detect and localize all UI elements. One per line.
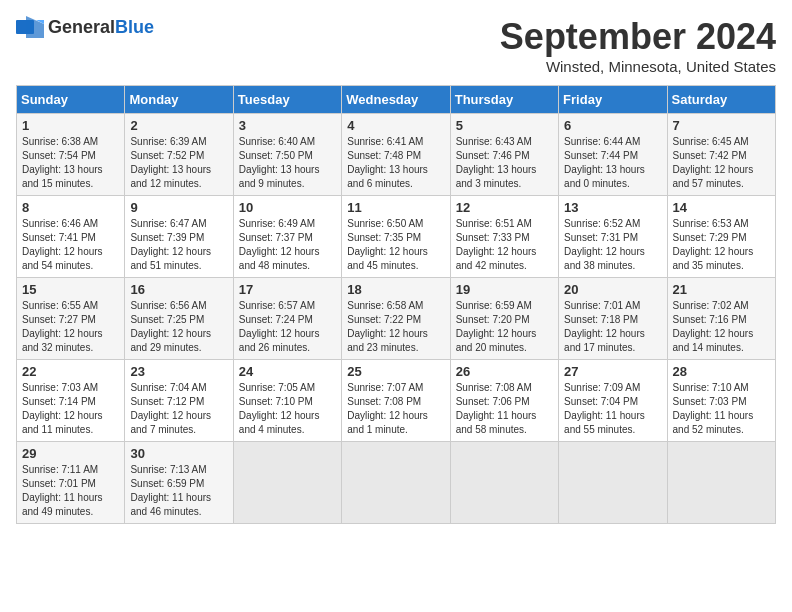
- calendar-day-cell: 19 Sunrise: 6:59 AM Sunset: 7:20 PM Dayl…: [450, 278, 558, 360]
- day-info: Sunrise: 7:13 AM Sunset: 6:59 PM Dayligh…: [130, 463, 227, 519]
- sunrise-label: Sunrise: 6:59 AM: [456, 300, 532, 311]
- day-info: Sunrise: 6:38 AM Sunset: 7:54 PM Dayligh…: [22, 135, 119, 191]
- title-block: September 2024 Winsted, Minnesota, Unite…: [500, 16, 776, 75]
- sunrise-label: Sunrise: 7:04 AM: [130, 382, 206, 393]
- calendar-day-cell: 4 Sunrise: 6:41 AM Sunset: 7:48 PM Dayli…: [342, 114, 450, 196]
- logo: GeneralBlue: [16, 16, 154, 38]
- daylight-label: Daylight: 11 hours and 46 minutes.: [130, 492, 211, 517]
- day-info: Sunrise: 6:45 AM Sunset: 7:42 PM Dayligh…: [673, 135, 770, 191]
- day-number: 21: [673, 282, 770, 297]
- calendar-day-cell: 7 Sunrise: 6:45 AM Sunset: 7:42 PM Dayli…: [667, 114, 775, 196]
- calendar-week-row: 22 Sunrise: 7:03 AM Sunset: 7:14 PM Dayl…: [17, 360, 776, 442]
- calendar-day-cell: 14 Sunrise: 6:53 AM Sunset: 7:29 PM Dayl…: [667, 196, 775, 278]
- weekday-header: Friday: [559, 86, 667, 114]
- calendar-day-cell: [450, 442, 558, 524]
- sunset-label: Sunset: 7:24 PM: [239, 314, 313, 325]
- calendar-day-cell: 17 Sunrise: 6:57 AM Sunset: 7:24 PM Dayl…: [233, 278, 341, 360]
- sunrise-label: Sunrise: 6:46 AM: [22, 218, 98, 229]
- weekday-header: Tuesday: [233, 86, 341, 114]
- sunset-label: Sunset: 7:41 PM: [22, 232, 96, 243]
- sunset-label: Sunset: 7:50 PM: [239, 150, 313, 161]
- calendar-day-cell: 22 Sunrise: 7:03 AM Sunset: 7:14 PM Dayl…: [17, 360, 125, 442]
- sunrise-label: Sunrise: 7:10 AM: [673, 382, 749, 393]
- day-info: Sunrise: 7:04 AM Sunset: 7:12 PM Dayligh…: [130, 381, 227, 437]
- daylight-label: Daylight: 13 hours and 3 minutes.: [456, 164, 537, 189]
- sunrise-label: Sunrise: 6:57 AM: [239, 300, 315, 311]
- calendar-week-row: 1 Sunrise: 6:38 AM Sunset: 7:54 PM Dayli…: [17, 114, 776, 196]
- day-info: Sunrise: 6:46 AM Sunset: 7:41 PM Dayligh…: [22, 217, 119, 273]
- day-info: Sunrise: 7:09 AM Sunset: 7:04 PM Dayligh…: [564, 381, 661, 437]
- sunset-label: Sunset: 7:04 PM: [564, 396, 638, 407]
- calendar-day-cell: [233, 442, 341, 524]
- day-number: 13: [564, 200, 661, 215]
- day-info: Sunrise: 7:05 AM Sunset: 7:10 PM Dayligh…: [239, 381, 336, 437]
- sunset-label: Sunset: 7:44 PM: [564, 150, 638, 161]
- sunset-label: Sunset: 7:14 PM: [22, 396, 96, 407]
- daylight-label: Daylight: 13 hours and 12 minutes.: [130, 164, 211, 189]
- day-info: Sunrise: 7:07 AM Sunset: 7:08 PM Dayligh…: [347, 381, 444, 437]
- day-info: Sunrise: 6:39 AM Sunset: 7:52 PM Dayligh…: [130, 135, 227, 191]
- sunrise-label: Sunrise: 6:45 AM: [673, 136, 749, 147]
- sunset-label: Sunset: 7:37 PM: [239, 232, 313, 243]
- day-number: 27: [564, 364, 661, 379]
- day-number: 8: [22, 200, 119, 215]
- day-info: Sunrise: 6:43 AM Sunset: 7:46 PM Dayligh…: [456, 135, 553, 191]
- calendar-day-cell: 29 Sunrise: 7:11 AM Sunset: 7:01 PM Dayl…: [17, 442, 125, 524]
- calendar-day-cell: 13 Sunrise: 6:52 AM Sunset: 7:31 PM Dayl…: [559, 196, 667, 278]
- daylight-label: Daylight: 12 hours and 32 minutes.: [22, 328, 103, 353]
- daylight-label: Daylight: 13 hours and 15 minutes.: [22, 164, 103, 189]
- sunset-label: Sunset: 7:31 PM: [564, 232, 638, 243]
- sunrise-label: Sunrise: 6:51 AM: [456, 218, 532, 229]
- sunset-label: Sunset: 7:01 PM: [22, 478, 96, 489]
- calendar-day-cell: 24 Sunrise: 7:05 AM Sunset: 7:10 PM Dayl…: [233, 360, 341, 442]
- sunrise-label: Sunrise: 7:09 AM: [564, 382, 640, 393]
- calendar-day-cell: 11 Sunrise: 6:50 AM Sunset: 7:35 PM Dayl…: [342, 196, 450, 278]
- page-header: GeneralBlue September 2024 Winsted, Minn…: [16, 16, 776, 75]
- day-number: 23: [130, 364, 227, 379]
- daylight-label: Daylight: 12 hours and 14 minutes.: [673, 328, 754, 353]
- calendar-day-cell: [559, 442, 667, 524]
- daylight-label: Daylight: 12 hours and 29 minutes.: [130, 328, 211, 353]
- day-number: 5: [456, 118, 553, 133]
- sunset-label: Sunset: 7:39 PM: [130, 232, 204, 243]
- day-info: Sunrise: 6:51 AM Sunset: 7:33 PM Dayligh…: [456, 217, 553, 273]
- weekday-header: Saturday: [667, 86, 775, 114]
- day-number: 11: [347, 200, 444, 215]
- weekday-header: Monday: [125, 86, 233, 114]
- daylight-label: Daylight: 11 hours and 55 minutes.: [564, 410, 645, 435]
- calendar-day-cell: 15 Sunrise: 6:55 AM Sunset: 7:27 PM Dayl…: [17, 278, 125, 360]
- day-info: Sunrise: 7:01 AM Sunset: 7:18 PM Dayligh…: [564, 299, 661, 355]
- daylight-label: Daylight: 12 hours and 57 minutes.: [673, 164, 754, 189]
- sunrise-label: Sunrise: 7:07 AM: [347, 382, 423, 393]
- calendar-day-cell: 23 Sunrise: 7:04 AM Sunset: 7:12 PM Dayl…: [125, 360, 233, 442]
- daylight-label: Daylight: 11 hours and 52 minutes.: [673, 410, 754, 435]
- sunset-label: Sunset: 7:46 PM: [456, 150, 530, 161]
- weekday-header: Sunday: [17, 86, 125, 114]
- sunrise-label: Sunrise: 6:58 AM: [347, 300, 423, 311]
- day-info: Sunrise: 7:10 AM Sunset: 7:03 PM Dayligh…: [673, 381, 770, 437]
- day-info: Sunrise: 7:08 AM Sunset: 7:06 PM Dayligh…: [456, 381, 553, 437]
- calendar-day-cell: 26 Sunrise: 7:08 AM Sunset: 7:06 PM Dayl…: [450, 360, 558, 442]
- daylight-label: Daylight: 11 hours and 49 minutes.: [22, 492, 103, 517]
- sunrise-label: Sunrise: 6:49 AM: [239, 218, 315, 229]
- calendar-day-cell: 12 Sunrise: 6:51 AM Sunset: 7:33 PM Dayl…: [450, 196, 558, 278]
- sunset-label: Sunset: 7:25 PM: [130, 314, 204, 325]
- day-number: 24: [239, 364, 336, 379]
- sunrise-label: Sunrise: 7:02 AM: [673, 300, 749, 311]
- sunrise-label: Sunrise: 6:39 AM: [130, 136, 206, 147]
- day-number: 25: [347, 364, 444, 379]
- calendar-week-row: 8 Sunrise: 6:46 AM Sunset: 7:41 PM Dayli…: [17, 196, 776, 278]
- calendar-day-cell: [342, 442, 450, 524]
- calendar-day-cell: 3 Sunrise: 6:40 AM Sunset: 7:50 PM Dayli…: [233, 114, 341, 196]
- calendar-day-cell: 8 Sunrise: 6:46 AM Sunset: 7:41 PM Dayli…: [17, 196, 125, 278]
- calendar-week-row: 29 Sunrise: 7:11 AM Sunset: 7:01 PM Dayl…: [17, 442, 776, 524]
- location-title: Winsted, Minnesota, United States: [500, 58, 776, 75]
- day-number: 18: [347, 282, 444, 297]
- daylight-label: Daylight: 13 hours and 9 minutes.: [239, 164, 320, 189]
- sunrise-label: Sunrise: 6:43 AM: [456, 136, 532, 147]
- day-number: 4: [347, 118, 444, 133]
- day-info: Sunrise: 6:58 AM Sunset: 7:22 PM Dayligh…: [347, 299, 444, 355]
- day-number: 6: [564, 118, 661, 133]
- day-info: Sunrise: 6:40 AM Sunset: 7:50 PM Dayligh…: [239, 135, 336, 191]
- sunset-label: Sunset: 7:20 PM: [456, 314, 530, 325]
